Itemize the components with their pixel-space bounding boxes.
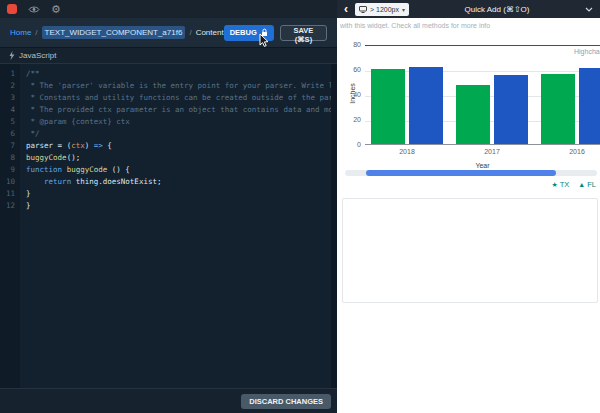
code-line: 7parser = (ctx) => {	[0, 140, 337, 152]
y-tick-label: 0	[337, 141, 361, 148]
line-number: 8	[0, 152, 20, 164]
code-text: buggyCode();	[20, 152, 337, 164]
line-number: 2	[0, 80, 20, 92]
code-text: function buggyCode () {	[20, 164, 337, 176]
code-text: * @param {context} ctx	[20, 116, 337, 128]
code-editor[interactable]: 1/**2 * The 'parser' variable is the ent…	[0, 64, 337, 388]
line-number: 6	[0, 128, 20, 140]
settings-gear-button[interactable]: ⚙	[51, 4, 61, 15]
lightning-icon	[9, 51, 15, 60]
language-tab-label: JavaScript	[19, 51, 56, 60]
debug-button-label: DEBUG	[230, 28, 257, 37]
editor-panel: ⚙ Home / TEXT_WIDGET_COMPONENT_a71f6 / C…	[0, 0, 337, 413]
bar-FL	[494, 75, 528, 144]
editor-language-tab[interactable]: JavaScript	[0, 48, 337, 64]
line-number: 5	[0, 116, 20, 128]
x-axis: 201820172016	[365, 148, 600, 158]
app-logo[interactable]	[7, 4, 17, 14]
chart-legend: ★TX▲FL	[551, 180, 596, 189]
breadcrumb-separator: /	[35, 28, 37, 37]
legend-marker-icon: ★	[551, 181, 557, 189]
line-number: 4	[0, 104, 20, 116]
bar-TX	[456, 85, 490, 144]
top-toolbar: ⚙	[0, 0, 337, 18]
legend-item[interactable]: ★TX	[551, 180, 569, 189]
code-line: 1/**	[0, 68, 337, 80]
x-axis-title: Year	[365, 162, 600, 169]
legend-label: FL	[587, 180, 596, 189]
code-line: 6 */	[0, 128, 337, 140]
breadcrumb-home-link[interactable]: Home	[10, 28, 31, 37]
code-lines: 1/**2 * The 'parser' variable is the ent…	[0, 64, 337, 212]
code-text: }	[20, 188, 337, 200]
legend-item[interactable]: ▲FL	[578, 180, 596, 189]
code-text: * The 'parser' variable is the entry poi…	[20, 80, 337, 92]
code-line: 11}	[0, 188, 337, 200]
viewport-size-label: > 1200px	[370, 6, 399, 13]
code-text: parser = (ctx) => {	[20, 140, 337, 152]
eye-icon	[28, 5, 40, 14]
widget-note-text: with this widget. Check all methods for …	[340, 22, 598, 29]
code-text: * Constants and utility functions can be…	[20, 92, 337, 104]
plot-area	[365, 45, 600, 145]
y-tick-label: 40	[337, 91, 361, 98]
x-category-label: 2017	[467, 148, 517, 155]
line-number: 10	[0, 176, 20, 188]
bar-TX	[371, 69, 405, 144]
mouse-cursor	[258, 33, 270, 49]
code-text: * The provided ctx parameter is an objec…	[20, 104, 337, 116]
bar-FL	[409, 67, 443, 145]
code-text: return thing.doesNotExist;	[20, 176, 337, 188]
x-category-label: 2016	[552, 148, 600, 155]
preview-eye-button[interactable]	[28, 5, 40, 14]
code-text: /**	[20, 68, 337, 80]
code-line: 2 * The 'parser' variable is the entry p…	[0, 80, 337, 92]
code-line: 10 return thing.doesNotExist;	[0, 176, 337, 188]
editor-footer-bar: DISCARD CHANGES	[0, 388, 337, 413]
code-line: 12}	[0, 200, 337, 212]
gear-icon: ⚙	[51, 4, 61, 15]
save-button[interactable]: SAVE (⌘S)	[280, 25, 327, 41]
legend-marker-icon: ▲	[578, 181, 585, 188]
horizontal-scrollbar-track[interactable]	[345, 170, 597, 176]
bar-TX	[541, 74, 575, 144]
horizontal-scrollbar-thumb[interactable]	[366, 170, 556, 176]
breadcrumb-separator: /	[189, 28, 191, 37]
line-number: 12	[0, 200, 20, 212]
y-tick-label: 20	[337, 116, 361, 123]
app-window: ⚙ Home / TEXT_WIDGET_COMPONENT_a71f6 / C…	[0, 0, 600, 413]
highcharts-credit-link[interactable]: Highcharts.com	[574, 48, 600, 55]
y-tick-label: 60	[337, 66, 361, 73]
breadcrumb: Home / TEXT_WIDGET_COMPONENT_a71f6 / Con…	[0, 18, 337, 48]
line-number: 7	[0, 140, 20, 152]
code-line: 4 * The provided ctx parameter is an obj…	[0, 104, 337, 116]
back-button[interactable]: ‹	[344, 3, 348, 15]
monitor-icon	[359, 6, 367, 13]
caret-down-icon: ▾	[402, 6, 405, 13]
line-number: 1	[0, 68, 20, 80]
code-text: }	[20, 200, 337, 212]
code-line: 8buggyCode();	[0, 152, 337, 164]
code-line: 3 * Constants and utility functions can …	[0, 92, 337, 104]
quick-add-title: Quick Add (⌘⇧O)	[416, 5, 578, 14]
breadcrumb-current-page: Content	[196, 28, 224, 37]
line-number: 3	[0, 92, 20, 104]
code-text: */	[20, 128, 337, 140]
viewport-size-dropdown[interactable]: > 1200px ▾	[355, 3, 409, 16]
line-number: 11	[0, 188, 20, 200]
x-category-label: 2018	[382, 148, 432, 155]
breadcrumb-widget-id[interactable]: TEXT_WIDGET_COMPONENT_a71f6	[42, 26, 186, 39]
bar-FL	[579, 68, 600, 144]
chevron-down-icon	[585, 7, 593, 12]
chevron-down-button[interactable]	[585, 7, 593, 12]
empty-widget-placeholder	[342, 198, 598, 303]
preview-panel: ‹ > 1200px ▾ Quick Add (⌘⇧O) with this w…	[337, 0, 600, 413]
preview-toolbar: ‹ > 1200px ▾ Quick Add (⌘⇧O)	[337, 0, 600, 18]
legend-label: TX	[560, 180, 570, 189]
y-axis: 020406080	[337, 45, 361, 145]
line-number: 9	[0, 164, 20, 176]
code-line: 5 * @param {context} ctx	[0, 116, 337, 128]
discard-changes-button[interactable]: DISCARD CHANGES	[241, 394, 331, 409]
y-tick-label: 80	[337, 41, 361, 48]
code-line: 9function buggyCode () {	[0, 164, 337, 176]
